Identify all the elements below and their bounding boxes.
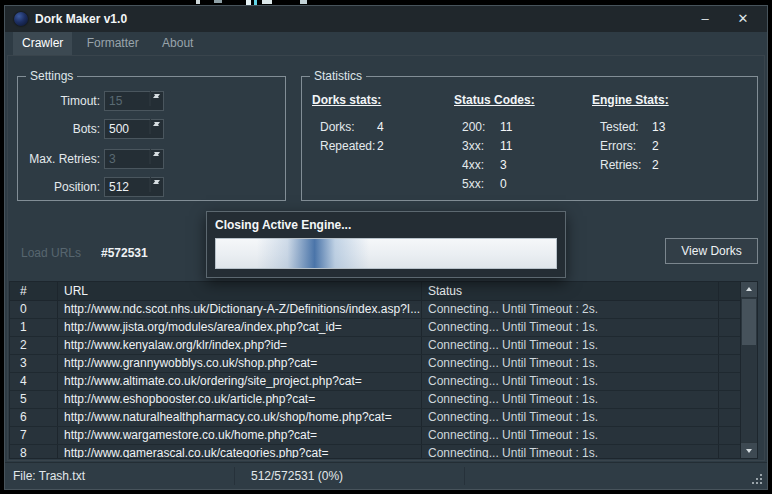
stat-value: 2	[652, 158, 659, 172]
row-status: Connecting... Until Timeout : 2s.	[422, 301, 719, 318]
row-num: 0	[10, 301, 58, 318]
bots-input[interactable]: 500	[104, 119, 164, 139]
table-row[interactable]: 5 http://www.eshopbooster.co.uk/article.…	[10, 391, 757, 409]
stat-row: Tested:13	[592, 118, 742, 137]
stat-label: Errors:	[600, 137, 652, 156]
spinner-down-icon[interactable]	[150, 177, 151, 192]
table-row[interactable]: 8 http://www.gamerascal.co.uk/categories…	[10, 445, 757, 459]
engine-stats-column: Engine Stats: Tested:13 Errors:2 Retries…	[592, 93, 742, 175]
position-input[interactable]: 512	[104, 177, 164, 197]
table-row[interactable]: 0 http://www.ndc.scot.nhs.uk/Dictionary-…	[10, 301, 757, 319]
spinner-down-icon[interactable]	[150, 91, 151, 106]
app-icon	[14, 12, 28, 26]
column-header-num[interactable]: #	[10, 282, 58, 300]
background-artifact	[214, 0, 222, 3]
stat-label: Dorks:	[320, 118, 377, 137]
column-header-url[interactable]: URL	[58, 282, 422, 300]
stat-value: 3	[500, 158, 507, 172]
stat-label: 4xx:	[462, 156, 500, 175]
stat-row: 200:11	[454, 118, 584, 137]
background-artifact	[300, 0, 307, 4]
row-status: Connecting... Until Timeout : 1s.	[422, 409, 719, 426]
tab-about[interactable]: About	[153, 32, 202, 55]
view-dorks-button[interactable]: View Dorks	[665, 238, 758, 264]
stat-value: 13	[652, 120, 665, 134]
stat-value: 4	[377, 120, 384, 134]
row-url: http://www.naturalhealthpharmacy.co.uk/s…	[58, 409, 422, 426]
statusbar-divider	[234, 467, 235, 485]
row-status: Connecting... Until Timeout : 1s.	[422, 373, 719, 390]
table-row[interactable]: 6 http://www.naturalhealthpharmacy.co.uk…	[10, 409, 757, 427]
close-button[interactable]: ✕	[728, 6, 758, 32]
spinner-down-icon[interactable]	[150, 149, 151, 164]
status-codes-column: Status Codes: 200:11 3xx:11 4xx:3 5xx:0	[454, 93, 584, 194]
results-table: # URL Status 0 http://www.ndc.scot.nhs.u…	[9, 281, 758, 459]
vertical-scrollbar[interactable]	[740, 282, 757, 458]
timeout-label: Timout:	[18, 91, 100, 111]
scrollbar-thumb[interactable]	[742, 299, 756, 345]
bots-field-row: Bots: 500	[18, 119, 285, 139]
bots-label: Bots:	[18, 119, 100, 139]
stat-label: 5xx:	[462, 175, 500, 194]
stat-value: 2	[377, 139, 384, 153]
row-url: http://www.grannywobblys.co.uk/shop.php?…	[58, 355, 422, 372]
max-retries-input[interactable]: 3	[104, 149, 164, 169]
stat-row: Retries:2	[592, 156, 742, 175]
minimize-button[interactable]: –	[690, 6, 720, 32]
closing-engine-dialog: Closing Active Engine...	[206, 211, 566, 278]
resize-grip[interactable]	[760, 482, 762, 484]
stat-value: 11	[500, 120, 512, 134]
stat-value: 0	[500, 177, 507, 191]
table-header-row: # URL Status	[10, 282, 757, 301]
stat-row: 3xx:11	[454, 137, 584, 156]
background-artifact	[196, 0, 200, 4]
row-status: Connecting... Until Timeout : 1s.	[422, 319, 719, 336]
table-row[interactable]: 3 http://www.grannywobblys.co.uk/shop.ph…	[10, 355, 757, 373]
table-row[interactable]: 4 http://www.altimate.co.uk/ordering/sit…	[10, 373, 757, 391]
row-url: http://www.wargamestore.co.uk/home.php?c…	[58, 427, 422, 444]
tab-formatter[interactable]: Formatter	[78, 32, 148, 55]
statistics-group: Statistics Dorks stats: Dorks:4 Repeated…	[301, 76, 758, 201]
row-status: Connecting... Until Timeout : 1s.	[422, 337, 719, 354]
position-value: 512	[109, 178, 129, 196]
timeout-field-row: Timout: 15	[18, 91, 285, 111]
statusbar-progress: 512/572531 (0%)	[251, 463, 343, 489]
row-num: 5	[10, 391, 58, 408]
marquee-progress-bar	[215, 238, 557, 269]
row-url: http://www.jista.org/modules/area/index.…	[58, 319, 422, 336]
row-status: Connecting... Until Timeout : 1s.	[422, 391, 719, 408]
titlebar[interactable]: Dork Maker v1.0 – ✕	[5, 6, 767, 32]
row-url: http://www.ndc.scot.nhs.uk/Dictionary-A-…	[58, 301, 422, 318]
spinner-down-icon[interactable]	[150, 119, 151, 134]
max-retries-value: 3	[109, 150, 116, 168]
table-row[interactable]: 1 http://www.jista.org/modules/area/inde…	[10, 319, 757, 337]
table-row[interactable]: 7 http://www.wargamestore.co.uk/home.php…	[10, 427, 757, 445]
load-urls-button[interactable]: Load URLs	[21, 246, 81, 260]
row-url: http://www.gamerascal.co.uk/categories.p…	[58, 445, 422, 459]
stat-label: Retries:	[600, 156, 652, 175]
timeout-input[interactable]: 15	[104, 91, 164, 111]
position-field-row: Position: 512	[18, 177, 285, 197]
max-retries-field-row: Max. Retries: 3	[18, 149, 285, 169]
tab-crawler[interactable]: Crawler	[13, 32, 72, 55]
stat-row: 5xx:0	[454, 175, 584, 194]
scroll-up-icon[interactable]	[741, 282, 757, 298]
max-retries-label: Max. Retries:	[18, 149, 100, 169]
stat-row: Repeated:2	[312, 137, 448, 156]
stat-label: Repeated:	[320, 137, 377, 156]
stat-value: 11	[500, 139, 512, 153]
table-row[interactable]: 2 http://www.kenyalaw.org/klr/index.php?…	[10, 337, 757, 355]
row-status: Connecting... Until Timeout : 1s.	[422, 427, 719, 444]
row-num: 6	[10, 409, 58, 426]
scroll-down-icon[interactable]	[741, 442, 757, 458]
screenshot-root: Dork Maker v1.0 – ✕ Crawler Formatter Ab…	[0, 0, 772, 494]
timeout-spinner	[149, 92, 163, 110]
column-header-status[interactable]: Status	[422, 282, 719, 300]
background-artifact	[262, 0, 272, 4]
url-count: #572531	[101, 246, 148, 260]
dialog-title: Closing Active Engine...	[215, 218, 351, 232]
row-num: 2	[10, 337, 58, 354]
position-label: Position:	[18, 177, 100, 197]
row-num: 1	[10, 319, 58, 336]
stat-value: 2	[652, 139, 659, 153]
